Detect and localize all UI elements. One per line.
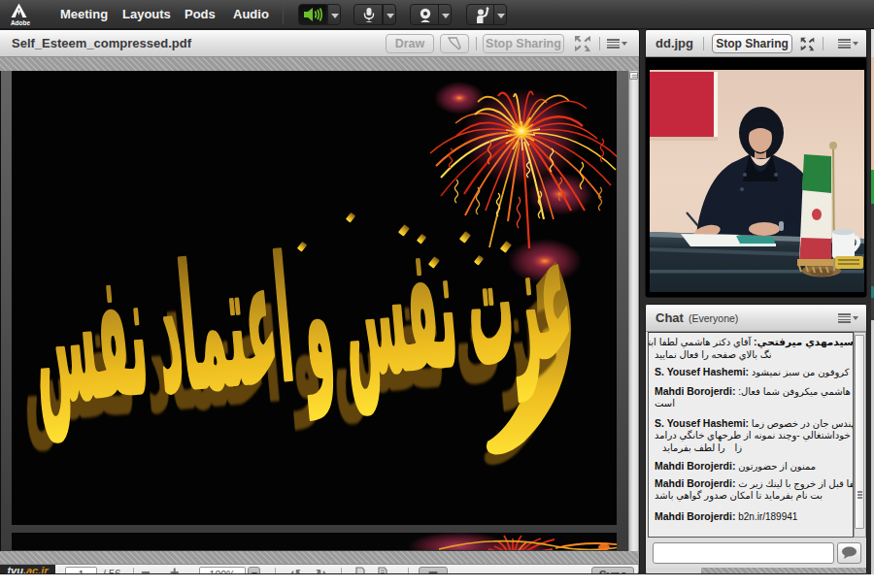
svg-text:عزت نفس و اعتماد نفس: عزت نفس و اعتماد نفس (25, 201, 579, 443)
svg-text:Adobe: Adobe (11, 19, 31, 26)
